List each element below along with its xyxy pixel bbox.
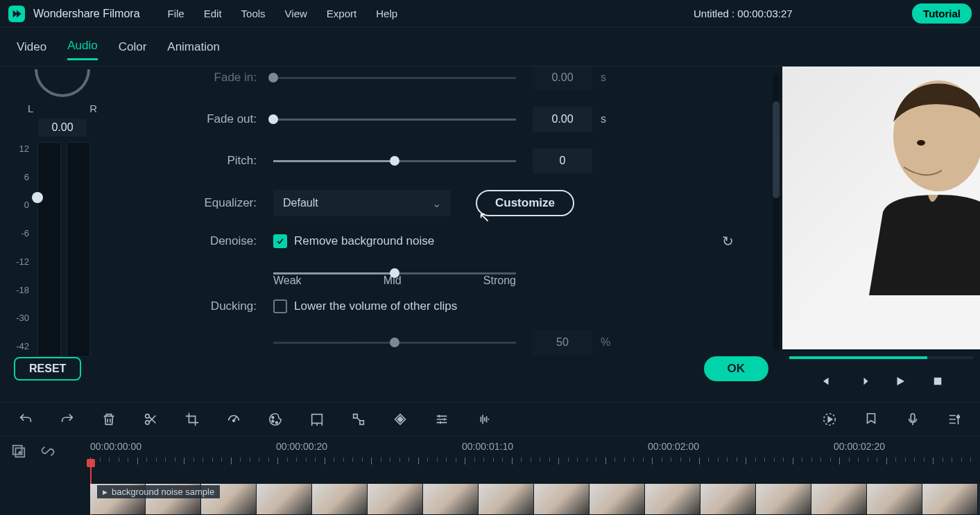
split-button[interactable] (141, 410, 160, 428)
svg-rect-9 (312, 414, 323, 424)
preview-controls (782, 363, 980, 402)
property-tabs: Video Audio Color Animation (0, 28, 980, 67)
voiceover-button[interactable] (904, 410, 922, 428)
vu-bars (33, 142, 119, 357)
stop-button[interactable] (929, 373, 946, 390)
adjust-button[interactable] (433, 410, 451, 428)
tutorial-button[interactable]: Tutorial (912, 3, 972, 24)
app-logo (8, 6, 25, 22)
svg-rect-2 (934, 378, 941, 385)
vu-bar-left (37, 142, 61, 357)
prev-frame-button[interactable] (817, 373, 834, 390)
redo-button[interactable] (58, 410, 76, 428)
menu-edit[interactable]: Edit (204, 8, 222, 19)
tab-audio[interactable]: Audio (67, 33, 97, 60)
detach-button[interactable] (350, 410, 368, 428)
delete-button[interactable] (100, 410, 118, 428)
balance-value[interactable]: 0.00 (38, 119, 87, 137)
pitch-label: Pitch: (166, 154, 257, 168)
app-name: Wondershare Filmora (33, 8, 140, 20)
svg-point-7 (272, 420, 274, 422)
reset-button[interactable]: RESET (14, 357, 81, 381)
play-pause-step-button[interactable] (854, 373, 871, 390)
fade-out-slider[interactable] (273, 112, 516, 126)
svg-point-1 (917, 140, 925, 146)
svg-point-12 (957, 416, 960, 419)
ok-button[interactable]: OK (704, 356, 769, 381)
green-screen-button[interactable] (308, 410, 326, 428)
menu-help[interactable]: Help (376, 8, 397, 19)
timeline-toolbar (0, 402, 980, 437)
svg-point-6 (272, 417, 274, 419)
tab-animation[interactable]: Animation (167, 35, 220, 60)
tab-video[interactable]: Video (17, 35, 46, 60)
top-menu-bar: Wondershare Filmora File Edit Tools View… (0, 0, 980, 28)
undo-button[interactable] (17, 410, 35, 428)
equalizer-selected: Default (283, 197, 318, 209)
timeline-video-track[interactable] (90, 484, 980, 514)
menu-export[interactable]: Export (327, 8, 356, 19)
balance-lr-labels: L R (28, 103, 97, 114)
crop-button[interactable] (183, 410, 201, 428)
menu-view[interactable]: View (285, 8, 307, 19)
mixer-button[interactable] (945, 410, 963, 428)
keyframe-button[interactable] (391, 410, 409, 428)
ducking-slider[interactable] (273, 335, 516, 349)
fade-out-unit: s (601, 113, 606, 125)
marker-button[interactable] (862, 410, 880, 428)
svg-point-5 (233, 419, 235, 421)
denoise-strength-slider[interactable] (273, 266, 516, 280)
timeline-ticks (90, 457, 980, 464)
equalizer-select[interactable]: Default ⌄ (273, 190, 451, 216)
preview-viewport[interactable] (782, 67, 980, 349)
clip-label: background noise sample (97, 485, 220, 498)
audio-settings-panel: Fade in: 0.00 s Fade out: 0.00 s Pitch: … (125, 67, 782, 402)
vu-scale: 12 6 0 -6 -12 -18 -30 -42 (6, 142, 33, 357)
ducking-checkbox[interactable] (273, 299, 287, 313)
volume-slider-thumb[interactable] (32, 192, 43, 203)
vu-bar-right (67, 142, 90, 357)
speed-button[interactable] (225, 410, 243, 428)
fade-in-value[interactable]: 0.00 (533, 65, 592, 90)
chevron-down-icon: ⌄ (432, 197, 441, 210)
fade-out-value[interactable]: 0.00 (533, 107, 592, 132)
preview-panel (782, 67, 980, 402)
svg-point-3 (146, 414, 150, 419)
pitch-value[interactable]: 0 (533, 148, 592, 173)
balance-left-label: L (28, 103, 33, 114)
menu-tools[interactable]: Tools (241, 8, 266, 19)
denoise-checkbox-label: Remove background noise (294, 234, 434, 248)
customize-button[interactable]: Customize (476, 190, 574, 216)
pitch-slider[interactable] (273, 154, 516, 168)
fade-in-slider[interactable] (273, 71, 516, 85)
ducking-label: Ducking: (166, 299, 257, 313)
balance-dial[interactable] (35, 69, 90, 97)
preview-progress-bar[interactable] (789, 356, 973, 359)
ducking-checkbox-label: Lower the volume of other clips (294, 299, 457, 313)
link-icon[interactable] (40, 444, 55, 462)
timeline: 00:00:00:00 00:00:00:20 00:00:01:10 00:0… (0, 437, 980, 515)
main-area: L R 0.00 12 6 0 -6 -12 -18 -30 -42 (0, 67, 980, 402)
menu-bar: File Edit Tools View Export Help (168, 8, 398, 19)
vu-meter: 12 6 0 -6 -12 -18 -30 -42 (6, 142, 119, 357)
tab-color[interactable]: Color (119, 35, 147, 60)
denoise-label: Denoise: (166, 234, 257, 248)
fade-in-unit: s (601, 71, 606, 84)
render-button[interactable] (820, 410, 839, 428)
color-button[interactable] (266, 410, 284, 428)
preview-person-graphic (862, 73, 980, 295)
add-track-icon[interactable] (11, 444, 26, 462)
svg-rect-11 (911, 414, 915, 421)
equalizer-label: Equalizer: (166, 196, 257, 210)
project-title: Untitled : 00:00:03:27 (694, 8, 793, 19)
fade-in-label: Fade in: (166, 71, 257, 85)
fade-out-label: Fade out: (166, 112, 257, 126)
menu-file[interactable]: File (168, 8, 184, 19)
audio-sync-button[interactable] (474, 410, 492, 428)
balance-right-label: R (89, 103, 97, 114)
settings-scrollbar[interactable] (773, 73, 780, 351)
play-button[interactable] (892, 373, 909, 390)
denoise-checkbox[interactable] (273, 234, 287, 248)
reset-denoise-icon[interactable]: ↻ (722, 233, 734, 250)
settings-buttons: RESET OK (0, 349, 782, 388)
